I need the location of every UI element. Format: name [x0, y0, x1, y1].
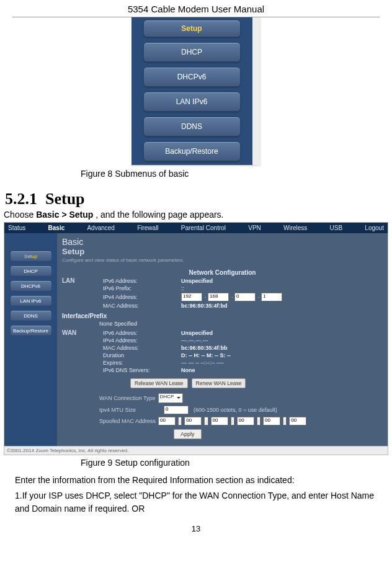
choose-prefix: Choose: [4, 210, 36, 220]
submenu-setup[interactable]: Setup: [143, 20, 241, 37]
nav-parental[interactable]: Parental Control: [181, 225, 226, 231]
figure-9-screenshot: Status Basic Advanced Firewall Parental …: [4, 222, 388, 455]
submenu-backup-restore[interactable]: Backup/Restore: [143, 141, 241, 161]
nav-logout[interactable]: Logout: [365, 225, 384, 231]
wan-dns-label: IPv6 DNS Servers:: [103, 367, 177, 373]
interface-prefix-label: Interface/Prefix: [62, 313, 383, 319]
lan-ipv4addr-label: IPv4 Address:: [103, 294, 177, 300]
spoof-oct-1[interactable]: 00: [158, 417, 176, 425]
network-configuration-heading: Network Configuration: [62, 268, 383, 277]
mtu-row: Ipv4 MTU Size 0 (600-1500 octets, 0 = us…: [99, 406, 383, 414]
submenu-panel: Setup DHCP DHCPv6 LAN IPv6 DDNS Backup/R…: [131, 17, 261, 166]
lan-ipv6addr-value: Unspecified: [181, 278, 383, 284]
wan-conn-type-select[interactable]: DHCP: [158, 393, 184, 403]
lan-ipv6addr-label: IPv6 Address:: [103, 278, 177, 284]
figure-8-caption: Figure 8 Submenus of basic: [0, 169, 392, 179]
side-backup[interactable]: Backup/Restore: [10, 325, 52, 336]
wan-expires-label: Expires:: [103, 360, 177, 366]
spoof-oct-6[interactable]: 00: [289, 417, 306, 425]
wan-label: WAN: [62, 329, 99, 336]
choose-suffix: , and the following page appears.: [93, 210, 223, 220]
side-lanipv6[interactable]: LAN IPv6: [10, 295, 52, 306]
wan-mac-value: bc:96:80:35:4f:bb: [181, 345, 383, 351]
section-number: 5.2.1: [5, 190, 37, 208]
submenu-ddns[interactable]: DDNS: [143, 117, 241, 136]
page-number: 13: [0, 524, 392, 533]
nav-usb[interactable]: USB: [330, 225, 343, 231]
body-line-2: 1.If your ISP uses DHCP, select "DHCP" f…: [15, 489, 377, 515]
wan-ipv6addr-label: IPv6 Address:: [103, 330, 177, 336]
wan-mac-label: MAC Address:: [103, 345, 177, 351]
wan-ipv6addr-value: Unspecified: [181, 330, 383, 336]
wan-conn-type-label: WAN Connection Type: [99, 395, 156, 401]
spoof-oct-2[interactable]: 00: [184, 417, 202, 425]
choose-line: Choose Basic > Setup , and the following…: [4, 210, 387, 220]
spoof-label: Spoofed MAC Address: [99, 418, 156, 424]
wan-duration-value: D: -- H: -- M: -- S: --: [181, 352, 383, 358]
lan-block: LAN IPv6 Address: Unspecified IPv6 Prefi…: [62, 277, 383, 309]
main-heading: Basic: [62, 237, 383, 247]
side-dhcp[interactable]: DHCP: [10, 265, 52, 277]
nav-wireless[interactable]: Wireless: [283, 225, 307, 231]
nav-status[interactable]: Status: [8, 225, 25, 231]
sidebar: Setup DHCP DHCPv6 LAN IPv6 DDNS Backup/R…: [4, 233, 57, 446]
copyright-bar: ©2001-2014 Zoom Telephonics, Inc. All ri…: [4, 446, 388, 455]
section-heading: 5.2.1 Setup: [5, 190, 392, 208]
side-dhcpv6[interactable]: DHCPv6: [10, 280, 52, 291]
submenu-dhcp[interactable]: DHCP: [143, 42, 241, 62]
main-desc: Configure and view status of basic netwo…: [62, 257, 383, 263]
wan-block: WAN IPv6 Address: Unspecified IPv4 Addre…: [62, 329, 383, 373]
submenu-lan-ipv6[interactable]: LAN IPv6: [143, 92, 241, 112]
page-title: 5354 Cable Modem User Manual: [12, 0, 380, 17]
lan-ipv4addr-value: 192. 168. 0. 1: [181, 293, 383, 301]
lease-buttons: Release WAN Lease Renew WAN Lease: [130, 378, 383, 388]
nav-basic[interactable]: Basic: [48, 225, 65, 231]
mtu-input[interactable]: 0: [164, 406, 189, 414]
apply-button[interactable]: Apply: [174, 429, 202, 439]
wan-expires-value: --- --- -- --:--:-- ----: [181, 360, 383, 366]
ip-oct-3[interactable]: 0: [234, 293, 256, 301]
release-wan-lease-button[interactable]: Release WAN Lease: [130, 378, 188, 388]
top-nav: Status Basic Advanced Firewall Parental …: [4, 223, 388, 233]
none-specified: None Specified: [99, 321, 383, 327]
spoof-oct-4[interactable]: 00: [237, 417, 254, 425]
mtu-hint: (600-1500 octets, 0 = use default): [194, 407, 277, 413]
lan-label: LAN: [62, 277, 99, 284]
spoof-oct-5[interactable]: 00: [263, 417, 280, 425]
nav-firewall[interactable]: Firewall: [137, 225, 158, 231]
lan-ipv6prefix-label: IPv6 Prefix:: [103, 285, 177, 291]
nav-advanced[interactable]: Advanced: [87, 225, 114, 231]
spoof-row: Spoofed MAC Address 00: 00: 00: 00: 00: …: [99, 417, 383, 425]
lan-ipv6prefix-value: ::: [181, 285, 383, 291]
renew-wan-lease-button[interactable]: Renew WAN Lease: [192, 378, 246, 388]
figure-9-caption: Figure 9 Setup configuration: [0, 458, 392, 468]
mtu-label: Ipv4 MTU Size: [99, 407, 136, 413]
side-ddns[interactable]: DDNS: [10, 310, 52, 321]
wan-duration-label: Duration: [103, 352, 177, 358]
lan-mac-value: bc:96:80:35:4f:bd: [181, 303, 383, 309]
figure-8-submenus: Setup DHCP DHCPv6 LAN IPv6 DDNS Backup/R…: [0, 17, 392, 166]
ip-oct-4[interactable]: 1: [261, 293, 282, 301]
ip-oct-1[interactable]: 192: [181, 293, 202, 301]
wan-conn-type-row: WAN Connection Type DHCP: [99, 393, 383, 403]
body-line-1: Enter the information from the Required …: [15, 474, 377, 487]
ip-oct-2[interactable]: 168: [208, 293, 229, 301]
side-setup[interactable]: Setup: [10, 251, 52, 262]
submenu-dhcpv6[interactable]: DHCPv6: [143, 67, 241, 87]
wan-ipv4addr-label: IPv4 Address:: [103, 337, 177, 344]
main-panel: Basic Setup Configure and view status of…: [57, 233, 388, 446]
wan-ipv4addr-value: ---.---.---.---: [181, 337, 383, 344]
spoof-oct-3[interactable]: 00: [211, 417, 228, 425]
nav-vpn[interactable]: VPN: [248, 225, 261, 231]
section-title: Setup: [45, 190, 85, 208]
lan-mac-label: MAC Address:: [103, 303, 177, 309]
main-sub: Setup: [62, 247, 383, 256]
wan-dns-value: None: [181, 367, 383, 373]
choose-path: Basic > Setup: [36, 210, 93, 220]
